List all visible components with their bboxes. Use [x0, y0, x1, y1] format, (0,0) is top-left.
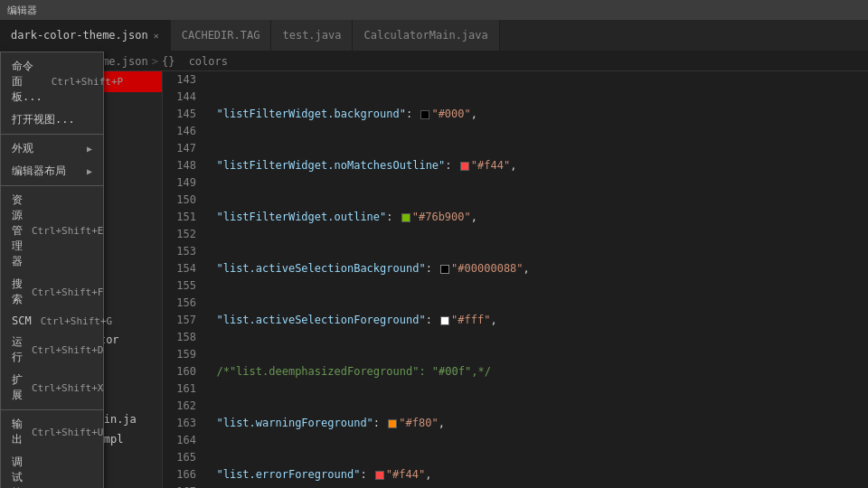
menu-item-editor-layout[interactable]: 编辑器布局 ▶ — [1, 160, 103, 183]
tab-label: test.java — [282, 29, 341, 42]
main-layout: 的编辑器 1个未保存 EME-CUTE-CODE pytest_cache v … — [0, 71, 868, 488]
menu-item-debug-console[interactable]: 调试控制台 Ctrl+Shift+Y — [1, 451, 103, 488]
menu-item-scm[interactable]: SCM Ctrl+Shift+G — [1, 311, 103, 331]
menu-item-extensions[interactable]: 扩展 Ctrl+Shift+X — [1, 369, 103, 407]
breadcrumb: dark-color-theme.json > {} colors — [0, 52, 868, 71]
primary-context-menu[interactable]: 命令面板... Ctrl+Shift+P 打开视图... 外观 ▶ 编辑器布局 … — [0, 52, 104, 488]
editor-area: 143144145146147 148149150151152 15315415… — [163, 71, 868, 488]
close-icon[interactable]: ✕ — [154, 31, 159, 41]
tab-calculator-main[interactable]: CalculatorMain.java — [353, 19, 499, 51]
code-editor: "listFilterWidget.background": "#000", "… — [203, 71, 868, 488]
tab-bar: dark-color-theme.json ✕ CACHEDIR.TAG tes… — [0, 20, 868, 52]
tab-cachedir[interactable]: CACHEDIR.TAG — [171, 19, 272, 51]
line-numbers: 143144145146147 148149150151152 15315415… — [163, 71, 203, 488]
tab-label: CACHEDIR.TAG — [182, 29, 260, 42]
title-bar: 编辑器 — [0, 0, 868, 20]
menu-item-explorer[interactable]: 资源管理器 Ctrl+Shift+E — [1, 189, 103, 273]
menu-item-open-view[interactable]: 打开视图... — [1, 108, 103, 131]
editor-content: 143144145146147 148149150151152 15315415… — [163, 71, 868, 488]
tab-test-java[interactable]: test.java — [271, 19, 353, 51]
menu-item-appearance[interactable]: 外观 ▶ — [1, 137, 103, 160]
menu-item-run[interactable]: 运行 Ctrl+Shift+D — [1, 331, 103, 369]
tab-label: dark-color-theme.json — [11, 29, 148, 42]
menu-item-search[interactable]: 搜索 Ctrl+Shift+F — [1, 273, 103, 311]
menu-item-output[interactable]: 输出 Ctrl+Shift+U — [1, 413, 103, 451]
tab-dark-color-theme[interactable]: dark-color-theme.json ✕ — [0, 19, 171, 51]
title-text: 编辑器 — [7, 4, 37, 17]
tab-label: CalculatorMain.java — [363, 29, 487, 42]
menu-item-command-palette[interactable]: 命令面板... Ctrl+Shift+P — [1, 55, 103, 108]
